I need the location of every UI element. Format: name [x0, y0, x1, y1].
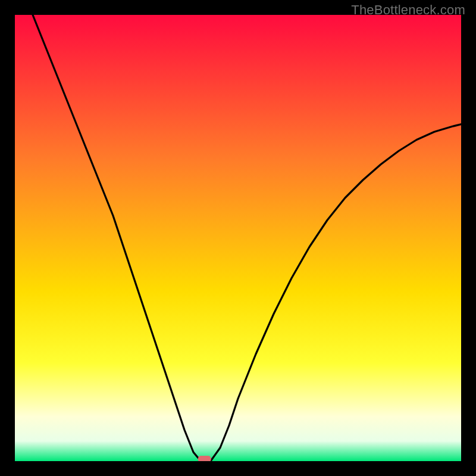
gradient-bg	[15, 15, 461, 461]
plot-area	[15, 15, 461, 461]
chart-frame: TheBottleneck.com	[0, 0, 476, 476]
chart-svg	[15, 15, 461, 461]
notch-marker	[198, 456, 211, 461]
